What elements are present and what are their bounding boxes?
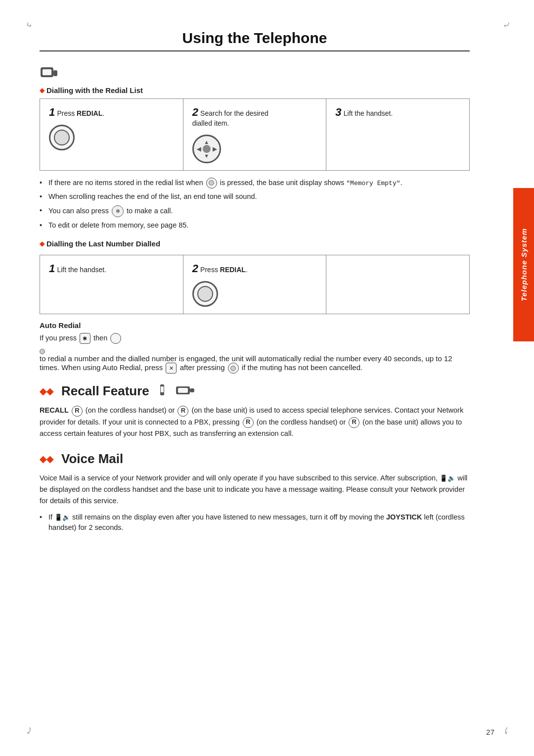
side-tab-label: Telephone System	[520, 228, 528, 301]
bullet-4: To edit or delete from memory, see page …	[40, 220, 470, 231]
page-title: Using the Telephone	[182, 30, 327, 46]
voicemail-icon-2: 📱🔉	[54, 514, 70, 521]
svg-rect-6	[190, 388, 194, 392]
last-number-steps-box: 1 Lift the handset. 2 Press REDIAL.	[40, 255, 470, 314]
recall-circle-r-3: R	[243, 417, 254, 428]
last-step-cell-2: 2 Press REDIAL.	[183, 255, 327, 314]
bullet-3: You can also press to make a call.	[40, 205, 470, 217]
svg-rect-5	[178, 388, 188, 393]
voicemail-body: Voice Mail is a service of your Network …	[40, 472, 470, 507]
inline-mute-btn: ✕	[166, 363, 177, 374]
inline-star-btn: ✱	[80, 333, 90, 344]
recall-feature-heading: ◆◆ Recall Feature	[40, 383, 470, 399]
bullet-2: When scrolling reaches the end of the li…	[40, 191, 470, 202]
step-cell-1: 1 Press REDIAL.	[40, 99, 183, 170]
nav-button-icon: ▲ ▼ ◀ ▶	[192, 135, 221, 163]
recall-handset-icon	[158, 383, 171, 399]
dialling-redial-label: ◆ Dialling with the Redial List	[40, 86, 470, 94]
recall-diamond-icon: ◆◆	[40, 386, 53, 397]
auto-redial-body: If you press ✱ then	[40, 332, 470, 344]
side-tab: Telephone System	[513, 188, 534, 341]
step-cell-3: 3 Lift the handset.	[326, 99, 469, 170]
recall-circle-r-handset: R	[72, 406, 83, 417]
page-number: 27	[486, 728, 494, 736]
step-cell-2: 2 Search for the desireddialled item. ▲ …	[183, 99, 327, 170]
redial-bullets: If there are no items stored in the redi…	[40, 178, 470, 231]
voicemail-heading: ◆◆ Voice Mail	[40, 451, 470, 467]
voicemail-diamond-icon: ◆◆	[40, 454, 53, 465]
svg-rect-1	[43, 69, 51, 75]
dialling-last-label: ◆ Dialling the Last Number Dialled	[40, 239, 470, 248]
voicemail-bullets: If 📱🔉 still remains on the display even …	[40, 512, 470, 534]
auto-redial-heading: Auto Redial	[40, 321, 470, 330]
svg-rect-2	[53, 70, 57, 76]
redial-button-icon	[49, 125, 75, 150]
last-redial-button-icon	[192, 281, 218, 307]
inline-nav-btn	[112, 205, 124, 217]
handset-icon	[40, 65, 58, 81]
last-step-cell-1: 1 Lift the handset.	[40, 255, 183, 314]
redial-steps-box: 1 Press REDIAL. 2 Search for the desired…	[40, 98, 470, 171]
recall-base-icon	[176, 383, 195, 399]
recall-feature-body: RECALL R (on the cordless handset) or R …	[40, 405, 470, 439]
last-step-cell-3	[326, 255, 469, 314]
voicemail-bullet-1: If 📱🔉 still remains on the display even …	[40, 512, 470, 534]
recall-circle-r-base: R	[178, 406, 188, 417]
inline-redial-btn-3	[228, 363, 239, 374]
page-title-bar: Using the Telephone	[40, 30, 470, 51]
inline-redial-btn-2	[110, 333, 121, 344]
bullet-1: If there are no items stored in the redi…	[40, 178, 470, 189]
voicemail-icon: 📱🔉	[440, 474, 455, 482]
svg-rect-3	[161, 386, 164, 392]
recall-circle-r-4: R	[349, 417, 359, 428]
section-header	[40, 65, 470, 81]
inline-redial-btn	[206, 178, 217, 189]
